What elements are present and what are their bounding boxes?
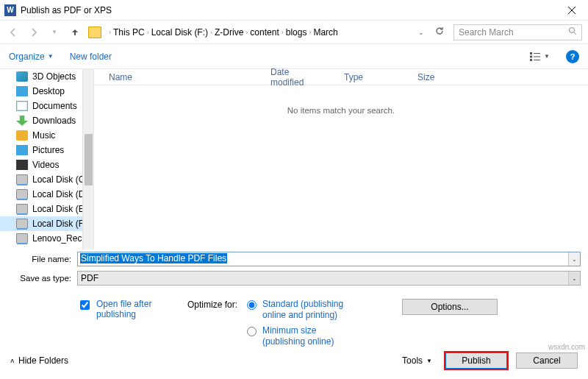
breadcrumb[interactable]: ›This PC ›Local Disk (F:) ›Z-Drive ›cont… [109,27,408,38]
sidebar-item[interactable]: Local Disk (C:) [0,172,93,187]
chevron-up-icon: ʌ [10,357,14,364]
window-title: Publish as PDF or XPS [21,5,555,15]
sidebar-item-label: Documents [32,101,77,111]
sidebar-item-label: Videos [32,160,59,170]
sidebar-item[interactable]: Videos [0,157,93,172]
idoc-icon [16,101,28,111]
saveas-label: Save as type: [0,274,77,283]
organize-menu[interactable]: Organize▼ [9,52,54,62]
close-button[interactable] [555,0,588,21]
cancel-button[interactable]: Cancel [516,353,578,369]
imusic-icon [16,130,28,141]
close-icon [568,7,576,14]
idisk-icon [16,174,28,185]
column-headers: Name Date modified Type Size [94,69,588,85]
sidebar-item[interactable]: Local Disk (E:) [0,202,93,216]
search-input[interactable]: Search March [453,24,582,40]
file-list-area: Name Date modified Type Size No items ma… [94,69,588,249]
recent-dropdown[interactable]: ▼ [47,25,62,40]
arrow-left-icon [8,27,18,38]
col-name[interactable]: Name [109,72,270,82]
optimize-standard-radio[interactable]: Standard (publishing online and printing… [243,299,358,321]
title-bar: W Publish as PDF or XPS [0,0,588,21]
svg-rect-4 [530,52,532,54]
idown-icon [16,116,28,126]
publish-button[interactable]: Publish [445,353,507,369]
sidebar-item-label: Local Disk (E:) [32,204,90,214]
breadcrumb-seg[interactable]: Local Disk (F:) [151,27,208,38]
watermark: wsxdn.com [548,343,585,351]
sidebar-item[interactable]: Desktop [0,84,93,99]
new-folder-button[interactable]: New folder [70,52,112,62]
arrow-right-icon [29,27,39,38]
word-app-icon: W [4,4,16,16]
ivid-icon [16,160,28,170]
svg-rect-6 [530,59,532,61]
filename-label: File name: [0,255,77,263]
saveastype-row: Save as type: PDF ⌄ [0,269,588,288]
sidebar-scrollbar[interactable] [82,69,93,249]
sidebar-item-label: Music [32,130,55,141]
saveas-combo[interactable]: PDF [77,271,581,286]
sidebar-item[interactable]: Local Disk (F:) [0,216,93,231]
chevron-down-icon: ▼ [48,53,54,60]
help-button[interactable]: ? [566,50,579,63]
arrow-up-icon [70,27,80,38]
col-type[interactable]: Type [344,72,417,82]
up-button[interactable] [68,25,82,40]
sidebar-item[interactable]: Music [0,128,93,143]
col-size[interactable]: Size [417,72,464,82]
breadcrumb-seg[interactable]: content [250,27,279,38]
sidebar-item-label: Pictures [32,145,64,155]
sidebar-item[interactable]: 3D Objects [0,69,93,84]
sidebar-item-label: Local Disk (C:) [32,174,90,185]
breadcrumb-seg[interactable]: Z-Drive [215,27,243,38]
filename-dropdown[interactable]: ⌄ [568,252,580,266]
idisk-icon [16,219,28,229]
breadcrumb-seg[interactable]: March [313,27,337,38]
refresh-icon [434,26,445,36]
sidebar-item-label: Local Disk (F:) [32,219,89,229]
sidebar-item[interactable]: Downloads [0,113,93,128]
ipic-icon [16,145,28,155]
idisk-icon [16,189,28,199]
back-button[interactable] [6,25,21,40]
search-icon [568,26,577,38]
sidebar-item-label: Downloads [32,116,76,126]
sidebar-item-label: 3D Objects [32,71,76,82]
idisk-icon [16,204,28,214]
toolbar: Organize▼ New folder ▼ ? [0,44,588,69]
breadcrumb-seg[interactable]: blogs [286,27,307,38]
filename-input[interactable]: Simplified Ways To Handle PDF Files [77,252,581,266]
breadcrumb-dropdown[interactable]: ⌄ [414,29,429,36]
options-button[interactable]: Options... [402,299,498,315]
empty-message: No items match your search. [94,106,588,115]
list-view-icon [529,52,542,62]
refresh-button[interactable] [434,26,448,38]
folder-icon [88,26,101,38]
idesk-icon [16,86,28,96]
svg-rect-5 [530,55,532,57]
chevron-down-icon: ▼ [426,358,432,364]
tools-menu[interactable]: Tools▼ [402,355,432,366]
main-area: 3D ObjectsDesktopDocumentsDownloadsMusic… [0,69,588,249]
breadcrumb-seg[interactable]: This PC [113,27,145,38]
view-mode-button[interactable]: ▼ [529,52,550,62]
sidebar-item[interactable]: Documents [0,99,93,113]
nav-bar: ▼ ›This PC ›Local Disk (F:) ›Z-Drive ›co… [0,21,588,44]
sidebar-item[interactable]: Pictures [0,143,93,157]
hide-folders-button[interactable]: ʌHide Folders [10,355,68,366]
sidebar-item[interactable]: Local Disk (D:) [0,187,93,202]
svg-line-3 [574,32,576,35]
svg-point-2 [570,28,575,33]
search-placeholder: Search March [459,27,514,38]
sidebar-item[interactable]: Lenovo_Recover [0,231,93,246]
col-date[interactable]: Date modified [270,67,344,88]
open-after-checkbox[interactable]: Open file after publishing [77,299,187,319]
sidebar-item-label: Local Disk (D:) [32,189,90,199]
optimize-minimum-radio[interactable]: Minimum size (publishing online) [243,325,358,347]
saveas-dropdown[interactable]: ⌄ [568,272,580,285]
nav-sidebar: 3D ObjectsDesktopDocumentsDownloadsMusic… [0,69,94,249]
scrollbar-thumb[interactable] [85,134,93,185]
forward-button[interactable] [26,25,41,40]
